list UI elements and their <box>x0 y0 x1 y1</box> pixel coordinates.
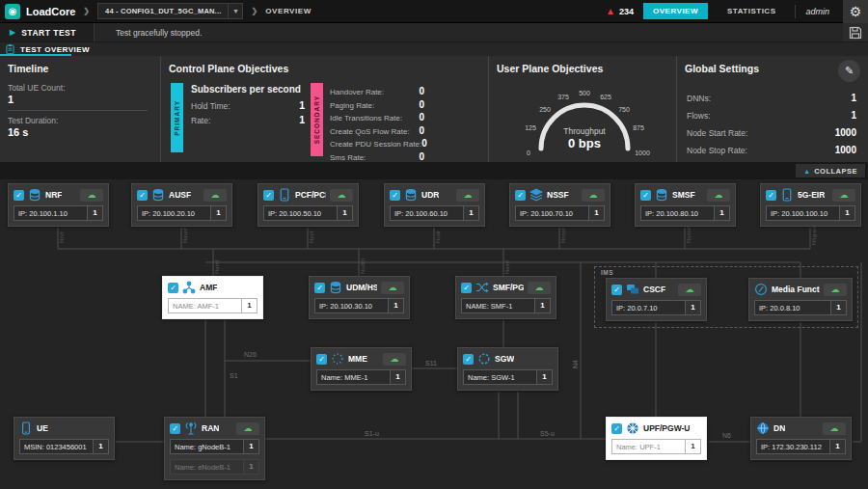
checkbox[interactable] <box>314 283 325 293</box>
stat-row: Flows: 1 <box>687 110 856 121</box>
edit-pencil-button[interactable]: ✎ <box>838 60 860 82</box>
checkbox[interactable] <box>515 190 526 201</box>
checkbox[interactable] <box>611 285 622 295</box>
node-mme[interactable]: MME ☁ Name: MME-1 1 <box>311 347 412 391</box>
checkbox[interactable] <box>766 190 776 201</box>
alert-triangle-icon: ▲ <box>606 7 615 16</box>
node-upf-pgw-u[interactable]: UPF/PGW-U Name: UPF-1 1 <box>606 417 707 460</box>
node-title: MME <box>348 354 367 364</box>
global-settings-title: Global Settings <box>685 63 759 74</box>
node-cscf[interactable]: CSCF ☁ IP: 20.0.7.10 1 <box>606 278 707 321</box>
gauge-tick: 125 <box>525 124 536 131</box>
nav-statistics[interactable]: STATISTICS <box>718 3 785 19</box>
node-field: IP: 172.30.230.112 <box>757 443 829 451</box>
checkbox[interactable] <box>263 190 274 201</box>
cloud-status-icon: ☁ <box>823 422 846 435</box>
node-udm-hss[interactable]: UDM/HSS ☁ IP: 20.100.30.10 1 <box>309 276 410 319</box>
node-nrf[interactable]: NRF ☁ IP: 20.100.1.10 1 <box>8 183 109 227</box>
play-icon: ▶ <box>10 28 15 37</box>
node-field: MSIN: 0123456001 <box>20 443 93 451</box>
stat-value: 0 <box>419 86 424 96</box>
stat-label: Idle Transitions Rate: <box>330 114 402 122</box>
settings-gear-icon[interactable]: ⚙ <box>843 0 868 23</box>
node-count: 1 <box>588 206 604 220</box>
node-field: IP: 20.100.100.10 <box>767 209 839 218</box>
node-pcf-pcrf[interactable]: PCF/PCRF ☁ IP: 20.100.50.10 1 <box>258 183 359 227</box>
floppy-icon <box>849 26 862 40</box>
divider <box>795 5 796 18</box>
alerts-indicator[interactable]: ▲ 234 <box>606 7 634 16</box>
stat-row: Handover Rate: 0 <box>330 86 424 96</box>
user-menu[interactable]: admin <box>805 7 833 16</box>
stat-value: 0 <box>419 112 424 122</box>
test-duration-label: Test Duration: <box>8 116 58 125</box>
gauge-tick: 0 <box>527 149 530 156</box>
node-count: 1 <box>337 206 352 220</box>
node-media-function[interactable]: Media Function ☁ IP: 20.0.8.10 1 <box>748 278 853 321</box>
node-title: UDM/HSS <box>346 283 377 292</box>
stat-label: Rate: <box>191 116 210 125</box>
node-title: SMSF <box>672 190 695 200</box>
config-selector[interactable]: 44 - CONFIG1_DUT_5GC_MAN... ▼ <box>97 3 243 19</box>
gateway-ring-icon <box>477 352 491 366</box>
policy-document-icon <box>278 188 291 202</box>
control-plane-panel: Control Plane Objectives PRIMARY Subscri… <box>161 56 489 162</box>
stat-label: Create PDU Session Rate: <box>330 140 421 149</box>
primary-objective-tab[interactable]: PRIMARY <box>171 83 183 152</box>
node-field: Name: MME-1 <box>317 373 390 382</box>
control-plane-title: Control Plane Objectives <box>169 63 288 74</box>
gauge-tick: 250 <box>539 106 551 113</box>
checkbox[interactable] <box>640 190 651 201</box>
cloud-status-icon: ☁ <box>824 284 847 296</box>
checkbox[interactable] <box>170 423 180 434</box>
server-icon <box>151 188 165 202</box>
node-field: IP: 20.100.1.10 <box>14 209 87 218</box>
link-label: Nsmsf <box>686 227 692 243</box>
checkbox[interactable] <box>390 190 400 201</box>
node-amf[interactable]: AMF NAME: AMF-1 1 <box>162 276 263 319</box>
checkbox[interactable] <box>316 354 327 365</box>
node-count: 1 <box>241 299 257 312</box>
checkbox[interactable] <box>461 283 472 293</box>
link-label: S1 <box>230 372 238 379</box>
node-5g-eir[interactable]: 5G-EIR ☁ IP: 20.100.100.10 1 <box>760 183 861 227</box>
node-udr[interactable]: UDR ☁ IP: 20.100.60.10 1 <box>384 183 485 227</box>
nav-overview[interactable]: OVERVIEW <box>643 3 708 19</box>
node-title: SGW <box>495 354 514 364</box>
node-count: 1 <box>536 370 552 384</box>
start-test-button[interactable]: ▶ START TEST <box>0 23 95 41</box>
node-smsf[interactable]: SMSF ☁ IP: 20.100.80.10 1 <box>635 183 736 227</box>
checkbox[interactable] <box>168 283 178 293</box>
collapse-button[interactable]: ▲ COLLAPSE <box>796 164 865 177</box>
config-name[interactable]: 44 - CONFIG1_DUT_5GC_MAN... <box>98 7 228 15</box>
total-ue-label: Total UE Count: <box>8 83 66 93</box>
checkbox[interactable] <box>137 190 148 201</box>
node-ran[interactable]: RAN ☁ Name: gNodeB-1 1 Name: eNodeB-1 1 <box>164 417 265 480</box>
checkbox[interactable] <box>611 423 622 434</box>
chevron-down-icon[interactable]: ▼ <box>228 4 242 18</box>
node-nssf[interactable]: NSSF ☁ IP: 20.100.70.10 1 <box>509 183 610 227</box>
node-field: IP: 20.0.7.10 <box>612 304 685 312</box>
stat-value: 1000 <box>835 127 856 138</box>
gauge-tick: 750 <box>618 106 630 113</box>
link-label: S11 <box>425 360 437 367</box>
node-smf-pgw-c[interactable]: SMF/PGW-C ☁ NAME: SMF-1 1 <box>455 276 556 319</box>
node-sgw[interactable]: SGW Name: SGW-1 1 <box>457 347 558 391</box>
checkbox[interactable] <box>14 190 24 201</box>
gauge-tick: 375 <box>557 94 569 100</box>
gauge-tick: 625 <box>600 94 611 100</box>
node-ausf[interactable]: AUSF ☁ IP: 20.100.20.10 1 <box>131 183 232 227</box>
node-dn[interactable]: DN ☁ IP: 172.30.230.112 1 <box>750 417 852 460</box>
node-count: 1 <box>243 460 258 474</box>
save-button[interactable] <box>843 23 868 41</box>
test-status-text: Test gracefully stopped. <box>116 28 202 38</box>
node-ue[interactable]: UE MSIN: 0123456001 1 <box>14 417 115 460</box>
network-hub-icon <box>182 281 196 294</box>
gauge-tick: 1000 <box>635 149 650 156</box>
checkbox[interactable] <box>463 354 474 365</box>
summary-panels: Timeline Total UE Count: 1 Test Duration… <box>0 56 868 162</box>
link-label: N6 <box>722 432 731 439</box>
secondary-objective-tab[interactable]: SECONDARY <box>311 83 323 156</box>
node-count: 1 <box>388 299 403 312</box>
stat-label: Flows: <box>687 111 711 121</box>
